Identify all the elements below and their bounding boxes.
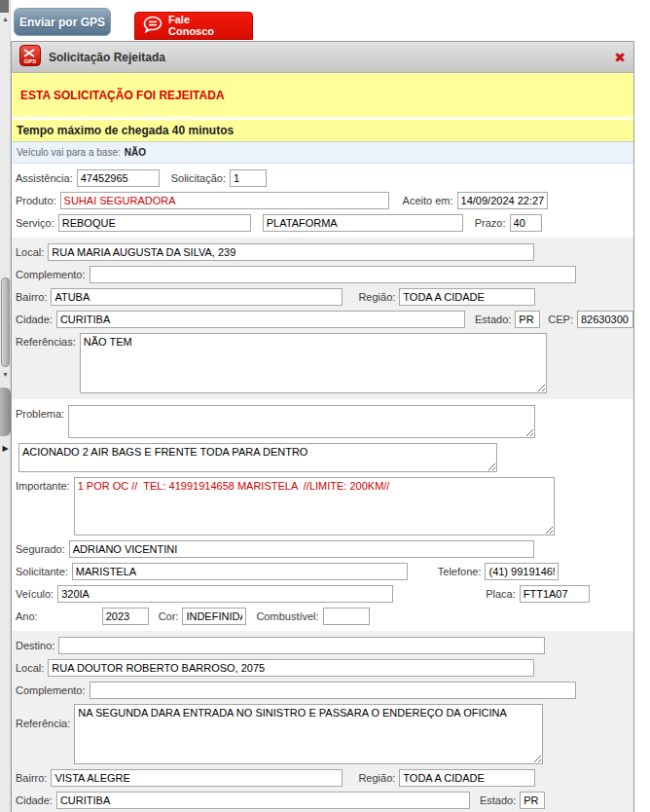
gps-app-icon: GPS <box>19 45 41 70</box>
chat-bubble-icon <box>143 16 162 37</box>
produto-label: Produto: <box>16 195 56 206</box>
svg-text:GPS: GPS <box>24 58 37 64</box>
combustivel-label: Combustível: <box>256 610 318 622</box>
cidade-destino-field[interactable] <box>56 792 470 809</box>
scroll-down-icon[interactable]: ▼ <box>0 370 11 380</box>
prazo-label: Prazo: <box>475 217 506 229</box>
estado-destino-label: Estado: <box>480 794 516 806</box>
referencia-destino-field[interactable] <box>74 704 543 764</box>
cidade-field[interactable] <box>56 311 465 328</box>
segurado-label: Segurado: <box>16 543 65 555</box>
cep-field[interactable] <box>577 311 633 328</box>
scrollbar-thumb[interactable] <box>1 277 10 367</box>
importante-label: Importante: <box>16 477 70 492</box>
rejected-request-dialog: GPS Solicitação Rejeitada ✖ ESTA SOLICIT… <box>11 41 634 812</box>
servico-label: Serviço: <box>16 217 54 229</box>
bairro-field[interactable] <box>51 288 343 306</box>
solicitacao-label: Solicitação: <box>171 172 226 184</box>
servico-field[interactable] <box>58 214 251 232</box>
prazo-field[interactable] <box>510 214 542 232</box>
base-value: NÃO <box>125 147 146 158</box>
base-label: Veículo vai para a base: <box>17 147 121 158</box>
complemento-destino-field[interactable] <box>90 682 576 699</box>
ano-field[interactable] <box>102 608 149 625</box>
section-identification: Assistência: Solicitação: Produto: Aceit… <box>12 164 633 238</box>
close-icon[interactable]: ✖ <box>614 51 626 64</box>
contact-us-label-line2: Conosco <box>168 25 214 37</box>
aceito-em-label: Aceito em: <box>403 195 453 206</box>
referencias-label: Referências: <box>16 333 76 348</box>
produto-field[interactable] <box>60 192 389 209</box>
contact-us-button[interactable]: Fale Conosco <box>134 12 253 40</box>
regiao-label: Região: <box>358 291 395 303</box>
servico-tipo-field[interactable] <box>263 214 463 232</box>
send-gps-label: Enviar por GPS <box>19 16 105 29</box>
cidade-label: Cidade: <box>16 314 53 325</box>
solicitacao-field[interactable] <box>230 169 267 187</box>
aceito-em-field[interactable] <box>457 192 548 209</box>
bairro-label: Bairro: <box>16 291 47 303</box>
segurado-field[interactable] <box>69 540 534 558</box>
regiao-destino-label: Região: <box>358 772 395 784</box>
assistencia-label: Assistência: <box>16 172 73 184</box>
scrollbar-corner <box>0 0 9 13</box>
base-info-row: Veículo vai para a base: NÃO <box>12 142 633 164</box>
veiculo-field[interactable] <box>57 585 393 603</box>
regiao-destino-field[interactable] <box>399 769 535 787</box>
app-window: ▲ ▼ ▶ Enviar por GPS Fale Conosco <box>0 0 650 812</box>
telefone-label: Telefone: <box>438 566 482 577</box>
destino-field[interactable] <box>58 637 545 654</box>
local-label: Local: <box>16 246 44 258</box>
complemento-label: Complemento: <box>16 269 86 280</box>
importante-field[interactable] <box>74 477 555 535</box>
bairro-destino-label: Bairro: <box>16 772 47 784</box>
local-destino-label: Local: <box>16 662 44 674</box>
scroll-up-icon[interactable]: ▲ <box>0 15 11 24</box>
chevron-right-icon[interactable]: ▶ <box>0 444 11 453</box>
problema-field[interactable] <box>68 405 535 438</box>
local-field[interactable] <box>48 243 534 261</box>
cor-label: Cor: <box>159 610 179 622</box>
cidade-destino-label: Cidade: <box>16 794 53 806</box>
section-occurrence: Problema: Importante: Segurado: Solicita… <box>12 399 633 631</box>
estado-field[interactable] <box>515 311 540 328</box>
dialog-title: Solicitação Rejeitada <box>49 51 165 64</box>
ano-label: Ano: <box>16 610 38 622</box>
veiculo-label: Veículo: <box>16 588 54 600</box>
regiao-field[interactable] <box>399 288 535 306</box>
cor-field[interactable] <box>182 608 246 625</box>
observacao-field[interactable] <box>18 443 497 472</box>
arrival-time-banner: Tempo máximo de chegada 40 minutos <box>12 120 633 142</box>
referencia-destino-label: Referência: <box>16 704 70 729</box>
complemento-destino-label: Complemento: <box>16 684 86 696</box>
problema-label: Problema: <box>16 405 64 420</box>
contact-us-label-line1: Fale <box>168 14 190 25</box>
complemento-field[interactable] <box>90 266 576 283</box>
assistencia-field[interactable] <box>77 169 160 187</box>
solicitante-field[interactable] <box>72 563 408 580</box>
placa-label: Placa: <box>486 588 516 600</box>
destino-label: Destino: <box>16 640 54 651</box>
local-destino-field[interactable] <box>48 659 534 677</box>
bairro-destino-field[interactable] <box>51 769 343 787</box>
solicitante-label: Solicitante: <box>16 566 68 577</box>
cep-label: CEP: <box>548 314 573 325</box>
combustivel-field[interactable] <box>323 608 370 625</box>
panel-expand-handle[interactable] <box>0 388 11 436</box>
telefone-field[interactable] <box>485 563 559 580</box>
estado-destino-field[interactable] <box>520 792 545 809</box>
rejected-banner: ESTA SOLICITAÇÃO FOI REJEITADA <box>12 73 633 120</box>
referencias-field[interactable] <box>80 333 547 393</box>
send-gps-button[interactable]: Enviar por GPS <box>14 8 111 36</box>
estado-label: Estado: <box>475 314 511 325</box>
left-scrollbar[interactable]: ▲ ▼ ▶ <box>0 0 11 812</box>
section-origin-address: Local: Complemento: Bairro: Região: Cida… <box>12 238 633 399</box>
dialog-header: GPS Solicitação Rejeitada ✖ <box>12 42 633 73</box>
section-destination-address: Destino: Local: Complemento: Referência:… <box>12 631 633 812</box>
placa-field[interactable] <box>520 585 590 603</box>
